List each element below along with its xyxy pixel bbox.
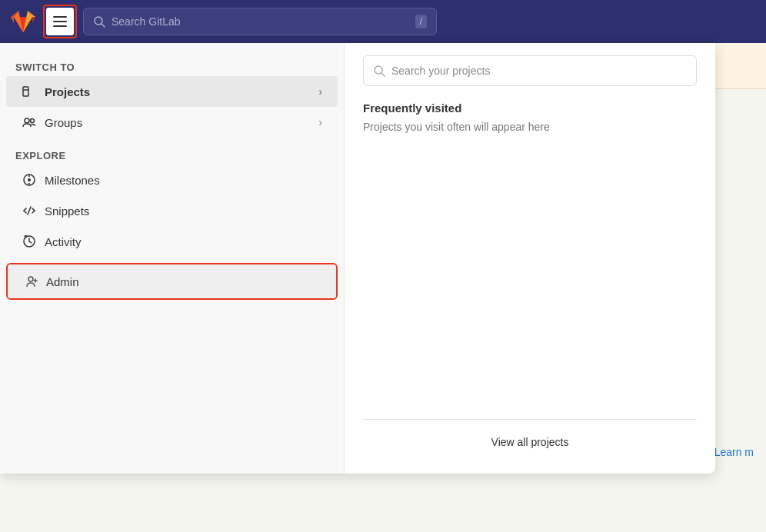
groups-label: Groups [45,116,311,129]
projects-icon [22,84,37,99]
svg-point-14 [28,178,31,181]
left-panel: Switch to Projects › Grou [0,43,345,474]
svg-line-27 [381,73,385,76]
menu-button-wrapper [43,5,77,38]
snippets-label: Snippets [45,204,322,218]
menu-button[interactable] [46,8,74,35]
svg-point-12 [31,119,35,123]
nav-item-snippets[interactable]: Snippets [6,195,338,226]
gitlab-logo[interactable] [9,8,37,35]
milestones-icon [22,172,37,188]
groups-arrow: › [318,116,322,128]
admin-icon [23,274,38,289]
hamburger-line-3 [53,25,67,27]
svg-line-21 [28,207,31,214]
svg-point-23 [28,277,33,281]
milestones-label: Milestones [45,174,322,187]
svg-point-11 [25,118,29,123]
search-label: Search GitLab [112,15,181,28]
frequently-visited-message: Projects you visit often will appear her… [363,121,697,133]
search-projects-icon [373,65,385,77]
svg-rect-9 [23,87,28,96]
view-all-projects-link[interactable]: View all projects [491,436,569,448]
search-shortcut: / [415,15,427,28]
frequently-visited-section: Frequently visited Projects you visit of… [363,101,697,133]
svg-marker-5 [11,17,14,23]
nav-item-admin[interactable]: Admin [8,264,336,298]
topbar: Search GitLab / [0,0,766,43]
hamburger-line-2 [53,21,67,22]
svg-marker-6 [32,17,35,23]
switch-to-label: Switch to [0,55,344,76]
activity-label: Activity [45,235,322,248]
frequently-visited-title: Frequently visited [363,101,697,115]
search-projects-input[interactable]: Search your projects [363,55,697,86]
search-bar[interactable]: Search GitLab / [83,8,437,35]
projects-label: Projects [45,85,311,98]
admin-label: Admin [46,275,79,288]
groups-icon [22,115,37,130]
activity-icon [22,234,37,249]
svg-line-20 [32,211,35,213]
nav-item-milestones[interactable]: Milestones [6,165,338,195]
nav-item-projects[interactable]: Projects › [6,76,338,107]
projects-arrow: › [318,85,322,98]
navigation-dropdown: Switch to Projects › Grou [0,43,715,474]
search-projects-placeholder: Search your projects [391,65,490,77]
snippets-icon [22,203,37,218]
nav-item-groups[interactable]: Groups › [6,107,338,138]
svg-line-8 [102,24,105,27]
admin-item-wrapper: Admin [6,263,338,300]
view-all-projects-section: View all projects [363,419,697,461]
explore-label: Explore [0,138,344,165]
nav-item-activity[interactable]: Activity [6,226,338,257]
hamburger-line-1 [53,16,67,18]
right-panel: Search your projects Frequently visited … [345,43,715,474]
svg-line-18 [24,211,26,213]
search-icon [93,15,105,28]
